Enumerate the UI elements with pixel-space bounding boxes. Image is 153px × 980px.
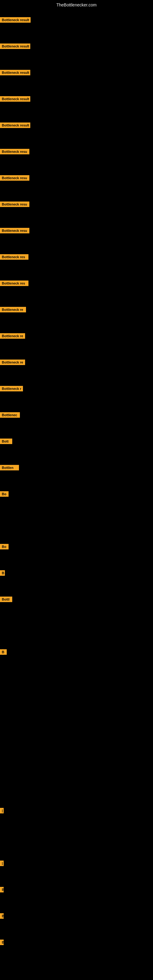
bottleneck-badge-24: | [0, 861, 4, 866]
bottleneck-badge-4: Bottleneck result [0, 123, 30, 128]
bottleneck-badge-18: Bo [0, 491, 9, 497]
bottleneck-badge-6: Bottleneck resu [0, 175, 29, 181]
site-title: TheBottlenecker.com [0, 2, 153, 7]
bottleneck-badge-26: B [0, 913, 4, 919]
bottleneck-badge-16: Bott [0, 439, 12, 444]
bottleneck-badge-21: Bottl [0, 597, 12, 602]
bottleneck-badge-8: Bottleneck resu [0, 228, 29, 233]
bottleneck-badge-9: Bottleneck res [0, 254, 29, 260]
bottleneck-badge-20: B [0, 570, 5, 576]
bottleneck-badge-14: Bottleneck r [0, 386, 23, 391]
bottleneck-badge-10: Bottleneck res [0, 280, 29, 286]
bottleneck-badge-12: Bottleneck re [0, 333, 25, 339]
bottleneck-badge-17: Bottlen [0, 465, 19, 470]
bottleneck-badge-7: Bottleneck resu [0, 202, 29, 207]
bottleneck-badge-22: B [0, 649, 7, 655]
bottleneck-badge-3: Bottleneck result [0, 96, 30, 102]
bottleneck-badge-5: Bottleneck resu [0, 149, 29, 154]
bottleneck-badge-0: Bottleneck result [0, 17, 30, 23]
bottleneck-badge-11: Bottleneck re [0, 307, 26, 312]
bottleneck-badge-19: Bo [0, 544, 9, 549]
bottleneck-badge-2: Bottleneck result [0, 70, 30, 75]
bottleneck-badge-13: Bottleneck re [0, 360, 25, 365]
bottleneck-badge-23: | [0, 808, 4, 813]
bottleneck-badge-1: Bottleneck result [0, 43, 30, 49]
bottleneck-badge-27: B [0, 940, 4, 945]
bottleneck-badge-15: Bottlenec [0, 412, 20, 418]
bottleneck-badge-25: B [0, 887, 4, 892]
